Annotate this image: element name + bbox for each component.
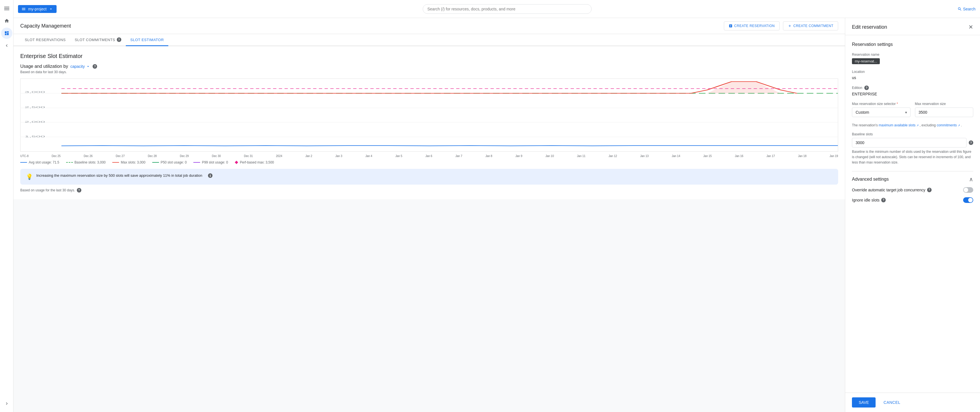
ignore-idle-help-icon[interactable]: ? <box>881 198 886 202</box>
ignore-idle-toggle[interactable] <box>963 197 973 203</box>
info-box: 💡 Increasing the maximum reservation siz… <box>20 169 838 185</box>
cancel-button[interactable]: CANCEL <box>879 398 905 407</box>
info-text: Increasing the maximum reservation size … <box>36 173 202 178</box>
sidebar-home-icon[interactable] <box>1 15 13 27</box>
capacity-header: Capacity Management CREATE RESERVATION C… <box>14 18 845 34</box>
project-selector[interactable]: my-project <box>18 5 57 13</box>
chart-help-icon[interactable]: ? <box>92 64 97 68</box>
baseline-slots-input[interactable] <box>852 138 966 148</box>
sidebar <box>0 0 14 412</box>
max-size-help-text: The reservation's maximum available slot… <box>852 123 973 128</box>
edit-reservation-panel: Edit reservation ✕ Reservation settings … <box>845 18 980 412</box>
info-help-icon[interactable]: ℹ <box>208 173 213 178</box>
max-size-selector-wrapper: Custom 100 200 500 1000 2000 3000 4000 5… <box>852 108 910 117</box>
override-help-icon[interactable]: ? <box>927 188 932 192</box>
chart-subtitle: Usage and utilization by capacity ? <box>20 64 838 69</box>
sidebar-collapse-icon[interactable] <box>1 40 13 51</box>
baseline-slots-help-icon[interactable]: ? <box>969 140 973 145</box>
tab-slot-reservations[interactable]: SLOT RESERVATIONS <box>20 34 70 46</box>
reservation-name-label: Reservation name <box>852 52 973 57</box>
ignore-idle-toggle-row: Ignore idle slots ? <box>852 197 973 203</box>
svg-text:2,500: 2,500 <box>25 105 45 109</box>
tab-slot-estimator[interactable]: SLOT ESTIMATOR <box>126 34 168 46</box>
panel-title: Edit reservation <box>852 24 887 30</box>
legend-avg-slot-usage: Avg slot usage: 71.5 <box>20 161 59 164</box>
search-bar <box>423 4 592 14</box>
panel-footer: SAVE CANCEL <box>845 393 980 412</box>
baseline-hint: Baseline is the minimum number of slots … <box>852 149 973 165</box>
location-field: Location us <box>852 70 973 80</box>
tab-slot-commitments[interactable]: SLOT COMMITMENTS ? <box>70 34 126 46</box>
usage-note-help-icon[interactable]: ? <box>77 188 81 192</box>
chart-section: Enterprise Slot Estimator Usage and util… <box>14 46 845 199</box>
max-size-input[interactable] <box>915 108 974 117</box>
reservation-settings-heading: Reservation settings <box>852 42 973 47</box>
save-button[interactable]: SAVE <box>852 398 876 407</box>
edition-field: Edition ? ENTERPRISE <box>852 86 973 96</box>
legend-p99: P99 slot usage: 0 <box>193 161 228 164</box>
svg-text:2,000: 2,000 <box>25 120 45 123</box>
baseline-slots-label: Baseline slots <box>852 132 973 136</box>
x-axis: UTC-8 Dec 25 Dec 26 Dec 27 Dec 28 Dec 29… <box>20 154 838 158</box>
edition-help-icon[interactable]: ? <box>864 86 869 90</box>
advanced-settings-title: Advanced settings <box>852 177 889 182</box>
ignore-idle-toggle-slider <box>963 197 973 203</box>
max-size-label: Max reservation size <box>915 102 974 106</box>
edition-label: Edition ? <box>852 86 973 90</box>
chart-label: Usage and utilization by <box>20 64 68 69</box>
content-area: Capacity Management CREATE RESERVATION C… <box>14 18 980 412</box>
advanced-settings-chevron-icon: ∧ <box>969 176 973 183</box>
chart-container: 3,000 2,500 2,000 1,500 <box>20 78 838 152</box>
panel-header: Edit reservation ✕ <box>845 18 980 35</box>
legend-p50: P50 slot usage: 0 <box>152 161 187 164</box>
advanced-settings-header[interactable]: Advanced settings ∧ <box>852 176 973 183</box>
reservation-name-value: my-reservat... <box>852 58 880 64</box>
edition-value: ENTERPRISE <box>852 92 973 96</box>
override-toggle-row: Override automatic target job concurrenc… <box>852 187 973 193</box>
search-input[interactable] <box>423 4 592 14</box>
estimator-title: Enterprise Slot Estimator <box>20 53 838 59</box>
header-actions: CREATE RESERVATION CREATE COMMITMENT <box>724 21 838 30</box>
advanced-settings-section: Advanced settings ∧ Override automatic t… <box>852 171 973 203</box>
panel-body: Reservation settings Reservation name my… <box>845 35 980 393</box>
create-reservation-label: CREATE RESERVATION <box>734 24 775 28</box>
sidebar-data-icon[interactable] <box>1 27 13 39</box>
ignore-idle-label: Ignore idle slots ? <box>852 198 886 202</box>
create-reservation-button[interactable]: CREATE RESERVATION <box>724 21 780 30</box>
max-size-selector[interactable]: Custom 100 200 500 1000 2000 3000 4000 5… <box>852 108 910 117</box>
main-content: my-project Search Capacity Management CR… <box>14 0 980 412</box>
svg-rect-0 <box>4 7 9 7</box>
svg-rect-2 <box>4 10 9 10</box>
info-icon: 💡 <box>26 173 33 180</box>
commitments-link[interactable]: commitments <box>937 123 960 127</box>
search-label: Search <box>963 7 975 11</box>
override-toggle[interactable] <box>963 187 973 193</box>
max-size-row: Max reservation size selector * Custom 1… <box>852 102 973 117</box>
svg-text:1,500: 1,500 <box>25 135 45 138</box>
chart-filter-button[interactable]: capacity <box>70 64 90 68</box>
sidebar-menu-icon[interactable] <box>1 3 13 14</box>
slot-commitments-help-icon[interactable]: ? <box>117 37 121 42</box>
search-button[interactable]: Search <box>958 7 975 11</box>
main-panel: Capacity Management CREATE RESERVATION C… <box>14 18 845 412</box>
reservation-name-field: Reservation name my-reservat... <box>852 52 973 64</box>
chart-hint: Based on data for last 30 days. <box>20 70 838 74</box>
location-label: Location <box>852 70 973 74</box>
legend-baseline-slots: Baseline slots: 3,000 <box>66 161 106 164</box>
override-label: Override automatic target job concurrenc… <box>852 188 932 192</box>
create-commitment-button[interactable]: CREATE COMMITMENT <box>783 21 838 30</box>
sidebar-expand-icon[interactable] <box>1 398 13 409</box>
override-toggle-slider <box>963 187 973 193</box>
usage-note: Based on usage for the last 30 days. ? <box>20 188 838 192</box>
project-name: my-project <box>28 7 46 11</box>
legend-max-slots: Max slots: 3,000 <box>112 161 145 164</box>
tabs-bar: SLOT RESERVATIONS SLOT COMMITMENTS ? SLO… <box>14 34 845 46</box>
svg-text:3,000: 3,000 <box>25 90 45 93</box>
close-button[interactable]: ✕ <box>969 24 973 30</box>
svg-marker-13 <box>690 82 797 94</box>
max-size-col: Max reservation size <box>915 102 974 117</box>
baseline-slots-field: Baseline slots ? Baseline is the minimum… <box>852 132 973 165</box>
page-title: Capacity Management <box>20 23 71 29</box>
max-available-slots-link[interactable]: maximum available slots <box>879 123 919 127</box>
svg-rect-1 <box>4 8 9 9</box>
